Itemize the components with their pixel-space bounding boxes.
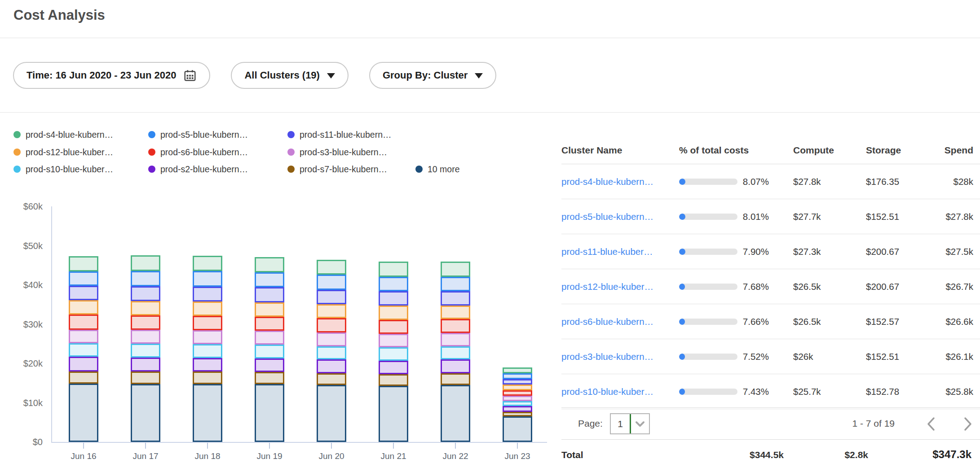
cluster-link[interactable]: prod-s5-blue-kubern…	[561, 211, 653, 222]
bar-segment[interactable]	[317, 290, 346, 304]
bar-segment[interactable]	[441, 385, 470, 442]
bar-segment[interactable]	[193, 287, 222, 302]
bar-segment[interactable]	[131, 271, 160, 286]
bar-segment[interactable]	[69, 357, 98, 371]
bar-segment[interactable]	[503, 385, 532, 390]
bar-segment[interactable]	[131, 344, 160, 358]
bar-segment[interactable]	[379, 306, 408, 320]
bar-segment[interactable]	[503, 416, 532, 442]
bar-segment[interactable]	[379, 320, 408, 334]
bar-segment[interactable]	[255, 331, 284, 345]
next-page-button[interactable]	[960, 414, 976, 434]
group-by-dropdown[interactable]: Group By: Cluster	[369, 62, 496, 89]
bar-segment[interactable]	[255, 272, 284, 287]
bar-segment[interactable]	[317, 346, 346, 360]
bar-segment[interactable]	[255, 287, 284, 302]
bar-segment[interactable]	[69, 256, 98, 271]
bar-segment[interactable]	[441, 277, 470, 291]
bar-segment[interactable]	[193, 271, 222, 286]
bar-segment[interactable]	[379, 334, 408, 348]
legend-item[interactable]: prod-s12-blue-kuber…	[13, 146, 113, 158]
bar-segment[interactable]	[193, 256, 222, 271]
bar-segment[interactable]	[441, 306, 470, 319]
bar-segment[interactable]	[379, 277, 408, 291]
clusters-filter-dropdown[interactable]: All Clusters (19)	[231, 62, 349, 89]
cluster-link[interactable]: prod-s4-blue-kubern…	[561, 176, 653, 187]
bar-segment[interactable]	[317, 304, 346, 319]
bar-segment[interactable]	[317, 385, 346, 442]
time-range-filter[interactable]: Time: 16 Jun 2020 - 23 Jun 2020	[13, 62, 210, 89]
bar-segment[interactable]	[441, 262, 470, 276]
bar-segment[interactable]	[441, 291, 470, 306]
bar-segment[interactable]	[255, 257, 284, 272]
bar-segment[interactable]	[193, 384, 222, 442]
legend-item[interactable]: prod-s11-blue-kubern…	[287, 129, 392, 140]
bar-segment[interactable]	[69, 384, 98, 442]
bar-segment[interactable]	[69, 300, 98, 315]
bar-segment[interactable]	[131, 315, 160, 330]
bar-segment[interactable]	[131, 286, 160, 301]
cluster-link[interactable]: prod-s6-blue-kubern…	[561, 316, 653, 327]
bar-segment[interactable]	[379, 262, 408, 276]
bar-segment[interactable]	[69, 271, 98, 286]
bar-segment[interactable]	[255, 345, 284, 358]
bar-segment[interactable]	[69, 315, 98, 330]
cluster-link[interactable]: prod-s3-blue-kubern…	[561, 351, 653, 362]
legend-item[interactable]: prod-s4-blue-kubern…	[13, 129, 113, 140]
bar-segment[interactable]	[193, 316, 222, 330]
legend-item[interactable]: prod-s2-blue-kubern…	[148, 163, 248, 175]
bar-segment[interactable]	[503, 406, 532, 411]
bar-segment[interactable]	[69, 330, 98, 344]
bar-segment[interactable]	[193, 302, 222, 316]
cluster-link[interactable]: prod-s11-blue-kuber…	[561, 246, 653, 257]
bar-segment[interactable]	[255, 358, 284, 372]
cluster-link[interactable]: prod-s12-blue-kuber…	[561, 281, 653, 292]
bar-segment[interactable]	[503, 367, 532, 373]
page-select[interactable]: 1	[610, 413, 650, 434]
bar-segment[interactable]	[131, 330, 160, 344]
bar-segment[interactable]	[317, 359, 346, 373]
bar-segment[interactable]	[441, 319, 470, 333]
legend-item[interactable]: prod-s6-blue-kubern…	[148, 146, 248, 158]
bar-segment[interactable]	[503, 390, 532, 396]
bar-segment[interactable]	[441, 346, 470, 360]
bar-segment[interactable]	[131, 255, 160, 271]
cluster-link[interactable]: prod-s10-blue-kuber…	[561, 386, 653, 397]
bar-segment[interactable]	[317, 373, 346, 385]
bar-segment[interactable]	[503, 396, 532, 401]
bar-segment[interactable]	[255, 317, 284, 331]
bar-segment[interactable]	[317, 332, 346, 346]
legend-item[interactable]: 10 more	[415, 163, 460, 175]
bar-segment[interactable]	[69, 343, 98, 357]
bar-segment[interactable]	[441, 359, 470, 373]
bar-segment[interactable]	[379, 374, 408, 386]
bar-segment[interactable]	[131, 301, 160, 315]
bar-segment[interactable]	[193, 330, 222, 345]
bar-segment[interactable]	[503, 373, 532, 379]
legend-item[interactable]: prod-s5-blue-kubern…	[148, 129, 248, 140]
bar-segment[interactable]	[317, 318, 346, 332]
bar-segment[interactable]	[441, 373, 470, 385]
bar-segment[interactable]	[69, 286, 98, 300]
bar-segment[interactable]	[503, 401, 532, 406]
bar-segment[interactable]	[193, 371, 222, 384]
legend-item[interactable]: prod-s3-blue-kubern…	[287, 146, 387, 158]
bar-segment[interactable]	[69, 371, 98, 383]
bar-segment[interactable]	[317, 260, 346, 275]
bar-segment[interactable]	[131, 371, 160, 384]
bar-segment[interactable]	[379, 347, 408, 361]
bar-segment[interactable]	[379, 386, 408, 442]
legend-item[interactable]: prod-s7-blue-kubern…	[287, 163, 387, 175]
bar-segment[interactable]	[255, 302, 284, 317]
bar-segment[interactable]	[193, 344, 222, 358]
bar-segment[interactable]	[317, 275, 346, 289]
bar-segment[interactable]	[193, 358, 222, 372]
legend-item[interactable]: prod-s10-blue-kuber…	[13, 163, 113, 175]
bar-segment[interactable]	[131, 358, 160, 372]
bar-segment[interactable]	[503, 379, 532, 385]
bar-segment[interactable]	[255, 384, 284, 442]
previous-page-button[interactable]	[923, 414, 939, 434]
bar-segment[interactable]	[131, 384, 160, 442]
bar-segment[interactable]	[441, 333, 470, 346]
bar-segment[interactable]	[379, 291, 408, 306]
